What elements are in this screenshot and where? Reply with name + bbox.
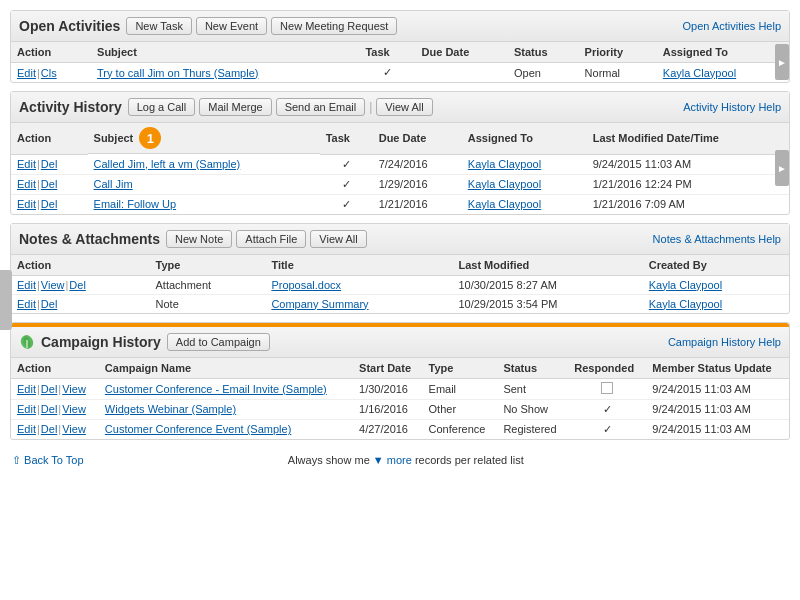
campaign-header-row: Action Campaign Name Start Date Type Sta… [11, 358, 789, 379]
na-title: Proposal.docx [265, 275, 452, 294]
col-task: Task [359, 42, 415, 63]
notes-row: Edit|View|Del Attachment Proposal.docx 1… [11, 275, 789, 294]
ah-col-last-modified: Last Modified Date/Time [587, 123, 789, 154]
activity-history-help-link[interactable]: Activity History Help [683, 101, 781, 113]
activity-history-row: Edit|Del Call Jim ✓ 1/29/2016 Kayla Clay… [11, 174, 789, 194]
col-assigned-to: Assigned To [657, 42, 789, 63]
ch-responded: ✓ [568, 419, 646, 439]
ch-campaign-name: Customer Conference Event (Sample) [99, 419, 353, 439]
notes-attachments-header: Notes & Attachments New Note Attach File… [11, 224, 789, 255]
oa-assigned-to: Kayla Claypool [657, 63, 789, 83]
open-activities-header-row: Action Subject Task Due Date Status Prio… [11, 42, 789, 63]
campaign-row: Edit|Del|View Customer Conference - Emai… [11, 378, 789, 399]
ch-status: Registered [497, 419, 568, 439]
responded-check: ✓ [603, 423, 612, 435]
activity-history-scroll-right[interactable]: ► [775, 150, 789, 186]
open-activities-help-link[interactable]: Open Activities Help [683, 20, 781, 32]
na-col-created-by: Created By [643, 255, 789, 276]
ch-status: No Show [497, 399, 568, 419]
left-scroll-handle[interactable] [0, 270, 12, 330]
ah-last-modified: 9/24/2015 11:03 AM [587, 154, 789, 174]
ah-assigned-to: Kayla Claypool [462, 154, 587, 174]
ch-action: Edit|Del|View [11, 378, 99, 399]
ch-status: Sent [497, 378, 568, 399]
na-last-modified: 10/30/2015 8:27 AM [452, 275, 642, 294]
ah-task: ✓ [320, 174, 373, 194]
new-note-button[interactable]: New Note [166, 230, 232, 248]
activity-history-header-row: Action Subject 1 Task Due Date Assigned … [11, 123, 789, 154]
campaign-leaf-icon [19, 334, 35, 350]
activity-history-row: Edit|Del Email: Follow Up ✓ 1/21/2016 Ka… [11, 194, 789, 214]
attach-file-button[interactable]: Attach File [236, 230, 306, 248]
notes-attachments-table: Action Type Title Last Modified Created … [11, 255, 789, 313]
back-to-top-link[interactable]: ⇧ Back To Top [12, 454, 84, 467]
notes-attachments-section: Notes & Attachments New Note Attach File… [10, 223, 790, 314]
ch-campaign-name: Customer Conference - Email Invite (Samp… [99, 378, 353, 399]
campaign-history-help-link[interactable]: Campaign History Help [668, 336, 781, 348]
new-event-button[interactable]: New Event [196, 17, 267, 35]
ah-assigned-to: Kayla Claypool [462, 174, 587, 194]
activity-history-header-left: Activity History Log a Call Mail Merge S… [19, 98, 433, 116]
campaign-history-section: Campaign History Add to Campaign Campaig… [10, 322, 790, 440]
responded-check: ✓ [603, 403, 612, 415]
ch-member-status: 9/24/2015 11:03 AM [646, 399, 789, 419]
campaign-history-header: Campaign History Add to Campaign Campaig… [11, 327, 789, 358]
notes-attachments-title: Notes & Attachments [19, 231, 160, 247]
ch-action: Edit|Del|View [11, 399, 99, 419]
ah-last-modified: 1/21/2016 12:24 PM [587, 174, 789, 194]
na-col-last-modified: Last Modified [452, 255, 642, 276]
notes-header-row: Action Type Title Last Modified Created … [11, 255, 789, 276]
col-due-date: Due Date [416, 42, 508, 63]
campaign-history-title: Campaign History [41, 334, 161, 350]
mail-merge-button[interactable]: Mail Merge [199, 98, 271, 116]
activity-badge: 1 [139, 127, 161, 149]
ch-type: Other [423, 399, 498, 419]
new-task-button[interactable]: New Task [126, 17, 191, 35]
open-activities-section: Open Activities New Task New Event New M… [10, 10, 790, 83]
responded-checkbox[interactable] [601, 382, 613, 394]
activity-history-buttons: Log a Call Mail Merge Send an Email | Vi… [128, 98, 433, 116]
ch-responded: ✓ [568, 399, 646, 419]
ch-responded [568, 378, 646, 399]
campaign-row: Edit|Del|View Customer Conference Event … [11, 419, 789, 439]
activity-view-all-button[interactable]: View All [376, 98, 432, 116]
na-action: Edit|Del [11, 294, 150, 313]
ah-due-date: 7/24/2016 [373, 154, 462, 174]
open-activities-table: Action Subject Task Due Date Status Prio… [11, 42, 789, 82]
send-an-email-button[interactable]: Send an Email [276, 98, 366, 116]
new-meeting-request-button[interactable]: New Meeting Request [271, 17, 397, 35]
oa-action: Edit|Cls [11, 63, 91, 83]
ch-member-status: 9/24/2015 11:03 AM [646, 378, 789, 399]
na-col-type: Type [150, 255, 266, 276]
ch-type: Conference [423, 419, 498, 439]
add-to-campaign-button[interactable]: Add to Campaign [167, 333, 270, 351]
oa-subject: Try to call Jim on Thurs (Sample) [91, 63, 359, 83]
more-link[interactable]: ▼ more [373, 454, 412, 466]
ch-col-responded: Responded [568, 358, 646, 379]
open-activities-buttons: New Task New Event New Meeting Request [126, 17, 397, 35]
ah-last-modified: 1/21/2016 7:09 AM [587, 194, 789, 214]
ah-subject: Call Jim [88, 174, 320, 194]
caret-up-icon: ⇧ [12, 454, 21, 466]
na-created-by: Kayla Claypool [643, 294, 789, 313]
campaign-row: Edit|Del|View Widgets Webinar (Sample) 1… [11, 399, 789, 419]
ch-start-date: 4/27/2016 [353, 419, 423, 439]
ah-task: ✓ [320, 154, 373, 174]
oa-priority: Normal [579, 63, 657, 83]
ah-action: Edit|Del [11, 174, 88, 194]
open-activities-header: Open Activities New Task New Event New M… [11, 11, 789, 42]
log-a-call-button[interactable]: Log a Call [128, 98, 196, 116]
ah-subject: Called Jim, left a vm (Sample) [88, 154, 320, 174]
notes-attachments-help-link[interactable]: Notes & Attachments Help [653, 233, 781, 245]
open-activities-scroll-right[interactable]: ► [775, 44, 789, 80]
notes-view-all-button[interactable]: View All [310, 230, 366, 248]
ah-col-action: Action [11, 123, 88, 154]
ah-assigned-to: Kayla Claypool [462, 194, 587, 214]
ah-action: Edit|Del [11, 194, 88, 214]
na-type: Attachment [150, 275, 266, 294]
records-per-list-text: records per related list [415, 454, 524, 466]
ch-start-date: 1/16/2016 [353, 399, 423, 419]
col-action: Action [11, 42, 91, 63]
ah-col-due-date: Due Date [373, 123, 462, 154]
ch-campaign-name: Widgets Webinar (Sample) [99, 399, 353, 419]
